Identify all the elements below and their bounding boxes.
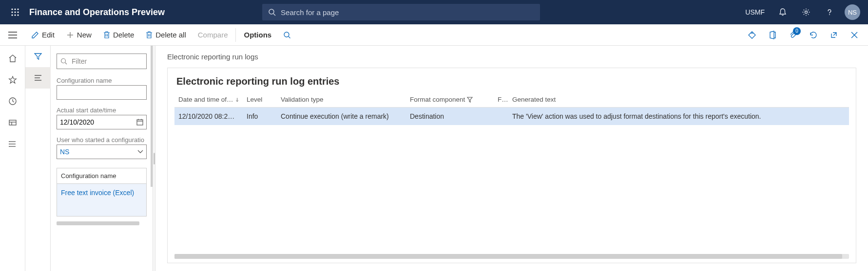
edit-button[interactable]: Edit (25, 24, 60, 46)
close-icon[interactable] (846, 24, 863, 46)
col-validation-type[interactable]: Validation type (277, 92, 406, 108)
config-name-label: Configuration name (57, 77, 147, 84)
action-bar: Edit New Delete Delete all Compare Optio… (0, 24, 868, 46)
delete-label: Delete (113, 31, 134, 39)
sort-desc-icon (235, 97, 239, 103)
find-button[interactable] (277, 24, 297, 46)
popout-icon[interactable] (825, 24, 843, 46)
delete-all-label: Delete all (155, 31, 186, 39)
svg-point-29 (9, 141, 10, 142)
trash-icon (103, 31, 110, 39)
new-button[interactable]: New (60, 24, 97, 46)
cell-datetime: 12/10/2020 08:2… (174, 108, 243, 126)
main-content: Electronic reporting run logs Electronic… (155, 46, 868, 271)
page-body: Configuration name Actual start date/tim… (0, 46, 868, 271)
edit-icon (31, 31, 39, 39)
user-started-value: NS (60, 148, 69, 156)
list-view-icon[interactable] (25, 67, 51, 89)
search-icon (60, 58, 67, 65)
svg-point-1 (14, 8, 16, 10)
delete-button[interactable]: Delete (97, 24, 140, 46)
app-launcher-icon[interactable] (5, 0, 25, 24)
svg-point-0 (11, 8, 13, 10)
options-label: Options (244, 31, 271, 39)
cell-format-component: Destination (406, 108, 494, 126)
help-icon[interactable] (821, 0, 838, 24)
svg-point-6 (11, 14, 13, 16)
svg-line-10 (273, 14, 275, 16)
user-started-select[interactable]: NS (57, 145, 147, 159)
table-row[interactable]: 12/10/2020 08:2… Info Continue execution… (174, 108, 849, 126)
cell-validation-type: Continue execution (write a remark) (277, 108, 406, 126)
options-button[interactable]: Options (238, 24, 277, 46)
compare-label: Compare (198, 31, 228, 39)
start-datetime-input[interactable] (57, 115, 147, 129)
nav-toggle-icon[interactable] (0, 24, 25, 46)
svg-point-31 (9, 146, 10, 147)
global-search-input[interactable] (281, 8, 534, 17)
svg-line-36 (65, 63, 67, 65)
notifications-icon[interactable] (774, 0, 791, 24)
splitter-handle[interactable] (153, 46, 155, 271)
nav-rail (0, 46, 25, 271)
svg-point-2 (17, 8, 19, 10)
svg-rect-23 (9, 120, 16, 125)
settings-icon[interactable] (798, 0, 814, 24)
config-list-header[interactable]: Configuration name (57, 168, 147, 183)
user-avatar[interactable]: NS (845, 4, 860, 20)
separator (235, 28, 236, 42)
company-code[interactable]: USMF (742, 8, 768, 16)
svg-line-19 (289, 36, 290, 38)
refresh-icon[interactable] (805, 24, 822, 46)
home-icon[interactable] (0, 48, 25, 69)
cell-generated-text: The 'View' action was used to adjust for… (508, 108, 849, 126)
config-list-row[interactable]: Free text invoice (Excel) (57, 183, 147, 217)
quick-filter-input[interactable] (57, 54, 147, 69)
sidebar-h-scrollbar[interactable] (57, 221, 139, 225)
recent-icon[interactable] (0, 90, 25, 112)
global-search[interactable] (262, 4, 540, 20)
cell-level: Info (243, 108, 277, 126)
calendar-icon[interactable] (136, 118, 144, 126)
diamond-icon[interactable] (743, 24, 761, 46)
svg-point-7 (14, 14, 16, 16)
svg-point-35 (61, 59, 66, 63)
cell-f (494, 108, 508, 126)
col-f[interactable]: F… (494, 92, 508, 108)
svg-point-12 (829, 14, 830, 15)
app-header: Finance and Operations Preview USMF NS (0, 0, 868, 24)
favorites-icon[interactable] (0, 69, 25, 90)
filter-sidebar: Configuration name Actual start date/tim… (51, 46, 153, 271)
workspaces-icon[interactable] (0, 112, 25, 133)
edit-label: Edit (42, 31, 55, 39)
col-datetime[interactable]: Date and time of… (174, 92, 243, 108)
filter-funnel-icon[interactable] (25, 46, 51, 67)
svg-point-3 (11, 11, 13, 13)
delete-all-button[interactable]: Delete all (140, 24, 192, 46)
panel-title: Electronic reporting run log entries (168, 68, 856, 92)
config-name-input[interactable] (57, 85, 147, 100)
svg-point-5 (17, 11, 19, 13)
office-icon[interactable] (764, 24, 781, 46)
grid-h-scrollbar[interactable] (174, 254, 849, 259)
svg-rect-37 (137, 120, 143, 125)
log-entries-panel: Electronic reporting run log entries Dat… (167, 68, 856, 263)
col-generated-text[interactable]: Generated text (508, 92, 849, 108)
svg-point-8 (17, 14, 19, 16)
start-datetime-label: Actual start date/time (57, 107, 147, 114)
user-started-label: User who started a configuratio (57, 136, 147, 144)
attachments-button[interactable]: 0 (784, 24, 802, 46)
trash-icon (146, 31, 153, 39)
svg-point-9 (269, 9, 274, 14)
filter-icon (467, 97, 473, 103)
plus-icon (66, 31, 74, 39)
svg-point-4 (14, 11, 16, 13)
sidebar-scrollbar[interactable] (151, 46, 153, 187)
svg-point-18 (284, 32, 289, 37)
col-format-component[interactable]: Format component (406, 92, 494, 108)
col-level[interactable]: Level (243, 92, 277, 108)
page-breadcrumb: Electronic reporting run logs (167, 53, 856, 61)
filter-mode-col (25, 46, 51, 271)
modules-icon[interactable] (0, 133, 25, 155)
app-title: Finance and Operations Preview (29, 7, 165, 18)
